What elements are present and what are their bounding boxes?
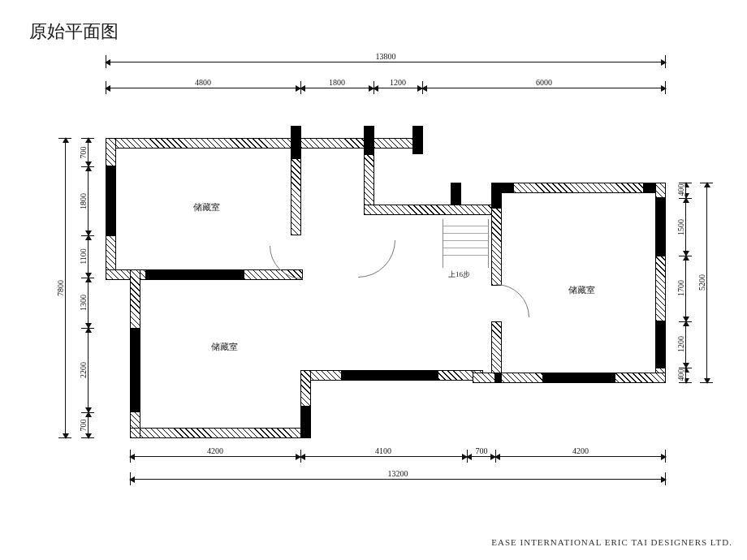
wall	[291, 158, 301, 235]
tick	[130, 472, 131, 485]
dim-top-seg4-label: 6000	[534, 78, 554, 87]
dim-top-seg4	[422, 88, 666, 88]
dim-left-seg2-label: 1800	[79, 192, 88, 211]
dim-top-seg2	[300, 88, 374, 88]
tick	[679, 368, 692, 368]
wall	[130, 328, 140, 412]
dim-left-seg5-label: 2200	[79, 360, 88, 380]
wall	[300, 138, 374, 149]
tick	[81, 437, 94, 438]
wall	[341, 370, 438, 381]
tick	[58, 437, 71, 438]
dim-top-seg1-label: 4800	[193, 78, 213, 87]
dim-left-seg4-label: 1300	[79, 293, 88, 312]
dim-right-seg2-label: 1500	[676, 218, 685, 237]
tick	[422, 81, 423, 94]
tick	[130, 450, 131, 463]
dim-left-seg6	[88, 412, 89, 438]
room-label-storage2: 储藏室	[211, 341, 238, 353]
tick	[665, 55, 666, 68]
tick	[665, 450, 666, 463]
wall	[451, 183, 461, 205]
dim-left-seg3	[88, 235, 89, 278]
tick	[81, 278, 94, 278]
dim-bottom-seg3-label: 700	[474, 446, 490, 455]
dim-left-seg5	[88, 328, 89, 412]
page-title: 原始平面图	[29, 19, 119, 44]
dim-right-overall-label: 5200	[697, 273, 706, 292]
dim-top-seg1	[106, 88, 300, 88]
wall	[364, 205, 502, 215]
dim-right-seg4-label: 1200	[676, 334, 685, 354]
dim-right-seg2	[685, 198, 686, 256]
wall	[491, 183, 502, 209]
tick	[300, 450, 301, 463]
dim-bottom-overall	[130, 479, 666, 480]
wall	[106, 166, 116, 235]
tick	[679, 183, 692, 183]
wall	[300, 406, 311, 438]
tick	[467, 450, 468, 463]
tick	[679, 382, 692, 383]
dim-bottom-overall-label: 13200	[386, 469, 410, 478]
dim-left-seg4	[88, 278, 89, 328]
wall	[130, 428, 309, 438]
tick	[374, 81, 374, 94]
dim-bottom-seg4-label: 4200	[571, 446, 590, 455]
wall	[146, 269, 244, 280]
dim-top-seg3-label: 1200	[388, 78, 408, 87]
dim-bottom-seg2	[300, 456, 467, 457]
wall	[473, 373, 495, 383]
wall	[542, 373, 615, 383]
tick	[81, 138, 94, 139]
room-label-storage1: 储藏室	[193, 201, 220, 213]
dim-left-overall-label: 7800	[56, 278, 65, 298]
dim-bottom-seg4	[495, 456, 666, 457]
footer-text: EASE INTERNATIONAL ERIC TAI DESIGNERS LT…	[491, 537, 732, 547]
tick	[81, 412, 94, 413]
tick	[665, 472, 666, 485]
tick	[700, 382, 713, 383]
dim-left-seg2	[88, 166, 89, 235]
tick	[679, 256, 692, 256]
dim-right-seg1	[685, 183, 686, 198]
tick	[700, 183, 713, 183]
dim-bottom-seg3	[467, 456, 495, 457]
dim-left-seg1	[88, 138, 89, 166]
tick	[665, 81, 666, 94]
wall	[491, 183, 666, 193]
dim-bottom-seg1	[130, 456, 300, 457]
tick	[58, 138, 71, 139]
dim-right-overall	[706, 183, 707, 383]
wall	[106, 138, 300, 149]
tick	[81, 166, 94, 167]
wall	[106, 138, 116, 166]
dim-left-seg6-label: 700	[79, 418, 88, 433]
dim-right-seg4	[685, 321, 686, 368]
dim-bottom-seg1-label: 4200	[205, 446, 225, 455]
tick	[679, 198, 692, 199]
tick	[106, 55, 106, 68]
stair-label: 上16步	[448, 269, 470, 280]
dim-right-seg3	[685, 256, 686, 321]
room-label-storage3: 储藏室	[568, 284, 595, 296]
dim-top-overall	[106, 62, 666, 62]
dim-left-overall	[65, 138, 66, 438]
tick	[81, 328, 94, 329]
wall	[412, 126, 423, 154]
door-arc	[270, 213, 336, 279]
dim-left-seg1-label: 700	[79, 145, 88, 161]
wall	[655, 256, 666, 321]
dim-right-seg5-label: 400	[676, 368, 685, 383]
dim-top-overall-label: 13800	[374, 52, 398, 61]
tick	[106, 81, 106, 94]
dim-left-seg3-label: 1100	[79, 247, 88, 266]
wall	[491, 205, 502, 286]
wall	[130, 428, 140, 438]
tick	[495, 450, 496, 463]
dim-bottom-seg2-label: 4100	[374, 446, 393, 455]
dim-right-seg3-label: 1700	[676, 278, 685, 298]
tick	[81, 235, 94, 236]
dim-right-seg1-label: 400	[676, 183, 685, 198]
dim-top-seg3	[374, 88, 422, 88]
